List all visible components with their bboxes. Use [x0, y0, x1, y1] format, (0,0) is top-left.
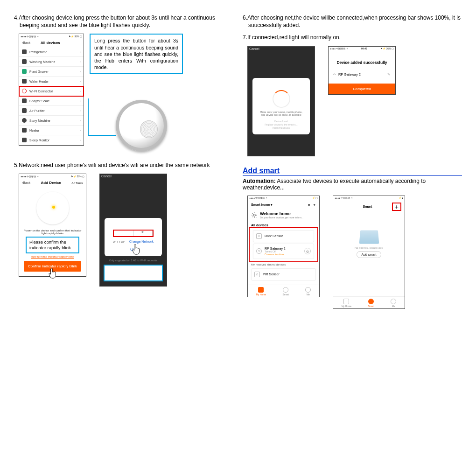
hand-icon — [48, 267, 58, 280]
back-button[interactable]: ‹Back — [22, 41, 30, 44]
chevron-right-icon: › — [80, 129, 81, 132]
smart-icon — [283, 287, 288, 293]
edit-icon[interactable]: ✎ — [387, 72, 391, 77]
nav-me[interactable]: Me — [305, 287, 311, 296]
home-dropdown[interactable]: Smart home ▾ — [251, 203, 273, 207]
svg-point-0 — [253, 214, 256, 216]
welcome-sub: Set your home location, get more inform.… — [260, 216, 303, 219]
left-column: 4.After choosing device,long press the b… — [14, 14, 233, 319]
list-item[interactable]: Water Heater› — [19, 77, 84, 86]
list-item[interactable]: Sleep Monitor› — [19, 135, 84, 145]
washer-icon — [22, 59, 27, 64]
wifi-note: Only supported on 2.4GHz Wi-Fi networks — [100, 259, 167, 262]
chevron-right-icon: › — [80, 119, 81, 122]
smart-icon — [368, 299, 374, 304]
step4-text: 4.After choosing device,long press the b… — [14, 14, 233, 29]
completed-button[interactable]: Completed — [329, 84, 395, 94]
empty-illustration — [359, 230, 379, 244]
back-button[interactable]: ‹Back — [22, 181, 30, 184]
step4-figure: ●●●● 中国移动 ✧⚑ ⚡ 36% ▢ ‹Back All devices R… — [19, 34, 233, 151]
cancel-button[interactable]: Cancel — [249, 47, 259, 50]
screen-title: Add Device — [30, 181, 72, 185]
phone-smart-home: ●●●● 中国移动 ✧⚡ ▢ Smart home ▾ ⌾＋ Welcome h… — [247, 196, 320, 297]
status-bar: ●●●● 中国移动 ✧⚡ ■ — [333, 196, 405, 200]
add-smart-cta[interactable]: Add smart — [357, 251, 382, 258]
list-item[interactable]: Plant Grower› — [19, 67, 84, 77]
nav-home[interactable]: My Home — [256, 287, 266, 296]
list-item[interactable]: Story Machine› — [19, 116, 84, 126]
nav-smart[interactable]: Smart — [368, 299, 374, 308]
add-smart-button[interactable]: ＋ — [392, 203, 401, 211]
callout-indicator: Please confirm the indicator rapidly bli… — [26, 237, 79, 253]
pir-sensor-icon: ⌂ — [254, 272, 260, 277]
chevron-right-icon: › — [80, 60, 81, 63]
power-on-instruction: Power on the device and confirm that ind… — [23, 229, 82, 235]
phone-add-device: ●●●● 中国移动 ✧⚑ ⚡ 36% ▢ ‹Back Add Device AP… — [19, 174, 86, 277]
add-icon[interactable]: ＋ — [313, 203, 316, 206]
progress-steps: Device found Register device to the smar… — [256, 120, 306, 130]
list-item-wifi-connector[interactable]: Wi-Fi Connector› — [19, 86, 84, 96]
power-icon[interactable]: ⏻ — [304, 248, 311, 254]
ap-mode-link[interactable]: AP Mode — [71, 182, 83, 184]
user-icon — [391, 299, 396, 304]
all-devices-label: All devices — [248, 222, 319, 228]
cancel-button[interactable]: Cancel — [101, 175, 112, 178]
hub-device-photo — [116, 100, 167, 151]
svg-line-6 — [256, 217, 256, 217]
list-item[interactable]: Heater› — [19, 126, 84, 135]
svg-line-7 — [252, 217, 253, 217]
door-sensor-icon: ⌂ — [256, 233, 262, 239]
wifi-password-input[interactable]: 👁 — [113, 230, 154, 237]
automation-figure: ●●●● 中国移动 ✧⚡ ▢ Smart home ▾ ⌾＋ Welcome h… — [247, 196, 462, 309]
list-item[interactable]: Washing Machine› — [19, 57, 84, 67]
home-header: Smart home ▾ ⌾＋ — [248, 200, 319, 210]
right-column: 6.After choosing net,the device willbe c… — [243, 14, 462, 319]
help-link[interactable]: How to make indicator rapidly blink — [23, 255, 82, 258]
phone-connecting: Cancel Connecting 7% Make sure your rout… — [247, 46, 315, 156]
phone-wifi-password: Cancel Enter Wi-Fi password 👁 Wi-Fi: DP … — [99, 174, 167, 287]
hand-icon — [132, 243, 142, 256]
proximity-note: Make sure your router, mobile phone, and… — [258, 111, 304, 116]
chevron-right-icon: › — [80, 50, 81, 54]
device-card[interactable]: ⌂PIR Sensor — [251, 268, 316, 280]
indicator-graphic — [36, 192, 69, 224]
list-item[interactable]: Refrigerator› — [19, 47, 84, 57]
automation-text: Automation: Associate two devices to exe… — [243, 178, 462, 191]
nav-me[interactable]: Me — [391, 299, 396, 308]
eye-icon[interactable]: 👁 — [133, 231, 153, 236]
nav-home[interactable]: My Home — [342, 299, 351, 308]
svg-line-5 — [252, 213, 253, 213]
scale-icon — [22, 98, 27, 103]
heater-icon — [22, 128, 27, 133]
connecting-label: Connecting — [256, 83, 306, 87]
device-name: RF Gateway 2 — [338, 72, 361, 77]
progress-ring: 7% — [273, 90, 290, 108]
plant-icon — [22, 69, 27, 74]
highlighted-devices: ⌂Door Sensor ⌔ RF Gateway 2Turned OffCom… — [250, 228, 317, 261]
chevron-right-icon: › — [80, 99, 81, 103]
home-icon — [343, 299, 349, 304]
callout-group: Long press the button for about 3s until… — [90, 34, 183, 151]
phone-smart-empty: ●●●● 中国移动 ✧⚡ ■ Smart ＋ No scenes, please… — [333, 196, 405, 309]
step6-figure: Cancel Connecting 7% Make sure your rout… — [247, 46, 462, 156]
nav-smart[interactable]: Smart — [283, 287, 289, 296]
voice-icon[interactable]: ⌾ — [308, 203, 310, 206]
device-card[interactable]: ⌔ RF Gateway 2Turned OffCommon functions… — [253, 244, 314, 259]
smart-header: Smart ＋ — [333, 200, 405, 213]
dialog-title: Enter Wi-Fi password — [108, 223, 158, 227]
heater-icon — [22, 79, 27, 84]
welcome-block: Welcome homeSet your home location, get … — [248, 210, 319, 222]
shared-devices-label: My received shared devices — [248, 261, 319, 267]
list-item[interactable]: Bodyfat Scale› — [19, 96, 84, 106]
list-item[interactable]: Air Purifier› — [19, 106, 84, 116]
chevron-right-icon: › — [80, 139, 81, 142]
device-card[interactable]: ⌂Door Sensor — [253, 230, 314, 242]
connecting-dialog: Connecting 7% Make sure your router, mob… — [252, 78, 310, 134]
connector-line — [88, 135, 116, 136]
change-network-link[interactable]: Change Network — [129, 240, 154, 243]
chevron-right-icon: › — [80, 90, 81, 93]
nav-header: ‹Back All devices — [19, 38, 84, 47]
step6-text: 6.After choosing net,the device willbe c… — [243, 14, 462, 29]
step7-text: 7.If connected,red light will normally o… — [243, 34, 462, 41]
instruction-page: 4.After choosing device,long press the b… — [0, 0, 476, 333]
